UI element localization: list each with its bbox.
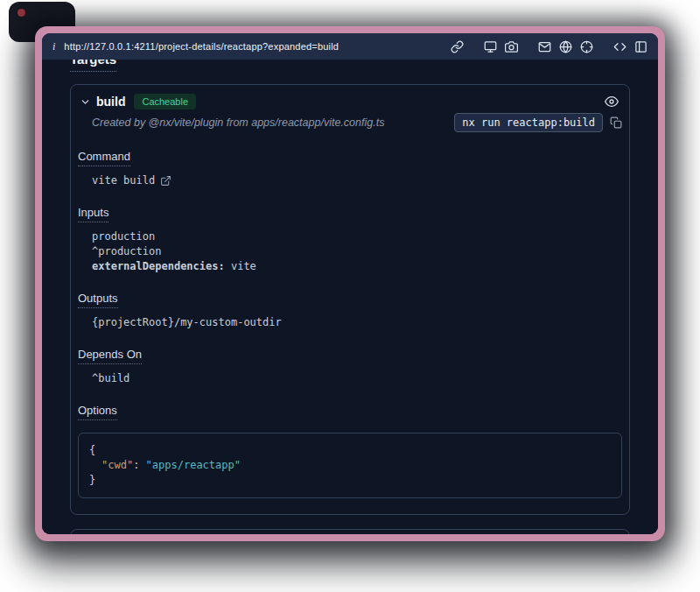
section-command: Command vite build <box>78 148 622 188</box>
monitor-icon[interactable] <box>484 40 497 53</box>
run-command-group: nx run reactapp:build <box>454 113 622 132</box>
url-field[interactable]: http://127.0.0.1:4211/project-details/re… <box>64 41 339 52</box>
output-item: {projectRoot}/my-custom-outdir <box>92 315 622 330</box>
project-details-page: Targets build Cacheable <box>42 60 658 534</box>
options-code-block: { "cwd": "apps/reactapp" } <box>78 433 622 498</box>
close-traffic-light[interactable] <box>18 9 25 17</box>
target-name-build: build <box>96 95 125 109</box>
external-deps-value: vite <box>225 260 256 272</box>
external-deps-key: externalDependencies: <box>92 260 225 272</box>
desktop: i http://127.0.0.1:4211/project-details/… <box>0 0 700 592</box>
build-created-row: Created by @nx/vite/plugin from apps/rea… <box>92 113 622 132</box>
target-card-build: build Cacheable Created by @nx/vite/plug… <box>70 84 630 515</box>
input-item: ^production <box>92 244 622 259</box>
code-line-open: { <box>89 443 611 458</box>
chevron-down-icon[interactable] <box>80 96 91 108</box>
code-value-path: "apps/reactapp" <box>146 459 241 471</box>
input-item: production <box>92 229 622 244</box>
input-item-external-deps: externalDependencies: vite <box>92 259 622 274</box>
code-line-cwd: "cwd": "apps/reactapp" <box>89 458 611 473</box>
build-card-header: build Cacheable <box>78 92 622 111</box>
section-inputs: Inputs production ^production externalDe… <box>78 204 622 274</box>
section-heading-depends-on: Depends On <box>78 348 142 364</box>
section-heading-command: Command <box>78 150 130 166</box>
command-value: vite build <box>92 173 155 188</box>
section-heading-outputs: Outputs <box>78 292 118 308</box>
view-build-button[interactable] <box>603 93 620 110</box>
section-depends-on: Depends On ^build <box>78 346 622 386</box>
target-card-serve: serve vite serve <box>70 529 630 534</box>
browser-window: i http://127.0.0.1:4211/project-details/… <box>35 26 665 541</box>
info-icon: i <box>52 40 55 53</box>
browser-inner: i http://127.0.0.1:4211/project-details/… <box>42 33 658 534</box>
external-link-icon[interactable] <box>160 175 172 187</box>
cacheable-badge: Cacheable <box>134 94 196 109</box>
section-heading-options: Options <box>78 404 117 420</box>
depends-on-item: ^build <box>92 371 622 386</box>
code-icon[interactable] <box>613 40 626 53</box>
toolbar-icon-group <box>451 40 648 53</box>
globe-icon[interactable] <box>559 40 572 53</box>
browser-toolbar: i http://127.0.0.1:4211/project-details/… <box>42 33 658 60</box>
link-icon[interactable] <box>451 40 464 53</box>
crosshair-icon[interactable] <box>580 40 593 53</box>
code-line-close: } <box>89 473 611 488</box>
sidebar-icon[interactable] <box>634 40 648 53</box>
section-heading-inputs: Inputs <box>78 206 108 222</box>
run-command-chip[interactable]: nx run reactapp:build <box>454 113 603 132</box>
page-title: Targets <box>70 60 116 72</box>
section-options: Options { "cwd": "apps/reactapp" } <box>78 402 622 498</box>
copy-icon[interactable] <box>610 116 622 129</box>
created-by-text: Created by @nx/vite/plugin from apps/rea… <box>92 116 384 129</box>
section-outputs: Outputs {projectRoot}/my-custom-outdir <box>78 290 622 330</box>
mail-icon[interactable] <box>538 40 551 53</box>
code-key-cwd: "cwd" <box>102 459 133 471</box>
code-separator: : <box>133 459 145 471</box>
camera-icon[interactable] <box>505 40 518 53</box>
